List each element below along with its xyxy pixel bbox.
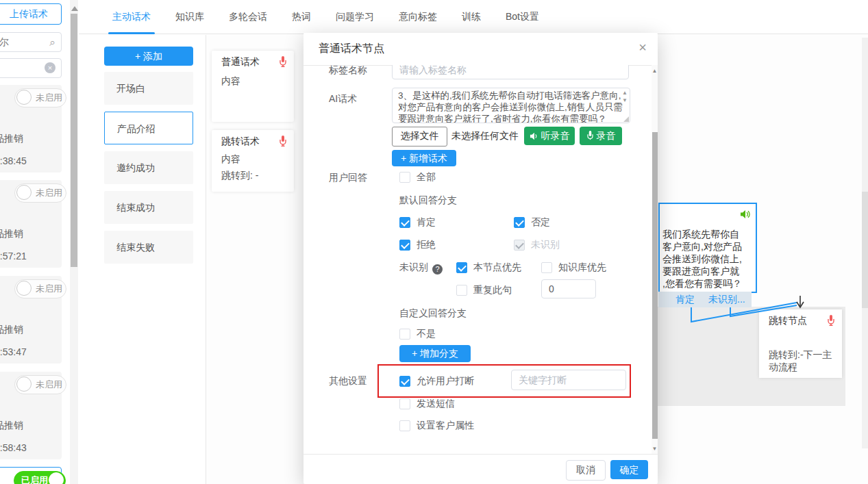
enable-toggle[interactable]: 未启用 bbox=[14, 279, 66, 298]
toggle-knob bbox=[16, 377, 32, 392]
branch-tab-unrecognized[interactable]: 未识别... bbox=[708, 294, 745, 306]
toggle-knob bbox=[16, 281, 32, 296]
tab-training[interactable]: 训练 bbox=[452, 0, 491, 34]
node-jump-target: 跳转到: - bbox=[221, 170, 258, 182]
clear-icon[interactable]: × bbox=[45, 62, 55, 73]
textarea-scroll-up-icon[interactable]: ▲ bbox=[622, 90, 628, 96]
name-search-input[interactable]: 尔 ⌕ bbox=[0, 32, 62, 52]
toggle-knob bbox=[16, 90, 32, 105]
campaign-card[interactable]: 未启用 品推销 3:58:43 bbox=[0, 372, 62, 459]
checkbox-not[interactable]: 不是 bbox=[399, 328, 436, 340]
campaign-time: 7:57:21 bbox=[0, 251, 27, 262]
record-button[interactable]: 录音 bbox=[580, 127, 622, 145]
microphone-icon[interactable] bbox=[279, 56, 287, 69]
checkbox-icon bbox=[399, 420, 410, 431]
add-script-label: 新增话术 bbox=[409, 153, 447, 164]
checkbox-set-customer-attr[interactable]: 设置客户属性 bbox=[399, 420, 474, 432]
campaign-card[interactable]: 未启用 品推销 9:38:45 bbox=[0, 85, 62, 173]
tab-intent-labels[interactable]: 意向标签 bbox=[389, 0, 447, 34]
microphone-icon[interactable] bbox=[279, 136, 287, 149]
toggle-label: 已启用 bbox=[21, 474, 48, 484]
textarea-scroll-down-icon[interactable]: ▼ bbox=[622, 97, 628, 103]
bubble-text-line: ,您看您有需要吗？ bbox=[662, 278, 742, 290]
close-icon[interactable]: × bbox=[638, 40, 647, 55]
listen-recording-button[interactable]: 听录音 bbox=[524, 127, 575, 145]
campaign-time: 3:58:43 bbox=[0, 442, 27, 453]
node-title: 跳转话术 bbox=[221, 136, 260, 148]
branch-tab-strip: 肯定 未识别... bbox=[658, 292, 752, 307]
tab-bot-settings[interactable]: Bot设置 bbox=[496, 0, 549, 34]
flow-item-invite-success[interactable]: 邀约成功 bbox=[104, 151, 193, 184]
help-icon[interactable]: ? bbox=[432, 264, 443, 275]
speaker-icon bbox=[530, 132, 538, 140]
label-name-input[interactable] bbox=[392, 65, 629, 79]
flow-item-end-success[interactable]: 结束成功 bbox=[104, 191, 193, 224]
checkbox-send-sms[interactable]: 发送短信 bbox=[399, 398, 455, 410]
campaign-card-enabled[interactable]: 已启用 bbox=[0, 467, 62, 484]
microphone-icon[interactable] bbox=[827, 315, 835, 328]
search-icon[interactable]: ⌕ bbox=[50, 36, 55, 49]
checkbox-label: 全部 bbox=[417, 171, 436, 183]
enable-toggle[interactable]: 未启用 bbox=[14, 88, 66, 107]
enable-toggle-on[interactable]: 已启用 bbox=[14, 471, 66, 484]
campaign-card[interactable]: 未启用 品推销 7:53:47 bbox=[0, 276, 62, 364]
scrollbar-thumb[interactable] bbox=[652, 132, 658, 439]
left-scrollbar[interactable] bbox=[70, 0, 78, 484]
scroll-down-arrow-icon[interactable]: ▼ bbox=[652, 446, 658, 452]
scrollbar-thumb[interactable] bbox=[71, 14, 77, 267]
flow-item-product-intro[interactable]: 产品介绍 bbox=[104, 112, 193, 144]
enable-toggle[interactable]: 未启用 bbox=[14, 375, 66, 394]
checkbox-label: 拒绝 bbox=[417, 239, 436, 251]
jump-node-card[interactable]: 跳转节点 跳转到:-下一主 动流程 bbox=[759, 309, 842, 378]
scroll-up-arrow-icon[interactable]: ▲ bbox=[652, 68, 658, 74]
tab-multi-turn[interactable]: 多轮会话 bbox=[219, 0, 277, 34]
checkbox-refuse[interactable]: 拒绝 bbox=[399, 239, 436, 251]
flow-item-opening[interactable]: 开场白 bbox=[104, 72, 193, 105]
unrecognized-label: 未识别? bbox=[399, 262, 443, 275]
resize-handle[interactable] bbox=[623, 116, 629, 122]
modal-scrollbar[interactable]: ▲ ▼ bbox=[652, 65, 658, 455]
record-label: 录音 bbox=[597, 130, 616, 141]
normal-script-node-modal: 普通话术节点 × 标签名称 AI话术 3、是这样的,我们系统先帮你自动打电话筛选… bbox=[303, 33, 658, 484]
upload-script-button[interactable]: 上传话术 bbox=[0, 3, 62, 25]
checkbox-deny[interactable]: 否定 bbox=[514, 216, 550, 229]
speaker-icon[interactable] bbox=[740, 209, 750, 221]
add-flow-button[interactable]: + 添加 bbox=[104, 47, 193, 66]
scroll-up-arrow-icon[interactable] bbox=[71, 3, 78, 11]
toggle-label: 未启用 bbox=[36, 92, 62, 104]
confirm-button[interactable]: 确定 bbox=[610, 460, 648, 479]
node-content-line: 内容 bbox=[221, 75, 240, 88]
checkbox-label: 设置客户属性 bbox=[417, 420, 474, 432]
checkbox-affirm[interactable]: 肯定 bbox=[399, 216, 436, 229]
branch-tab-affirm[interactable]: 肯定 bbox=[675, 294, 695, 306]
flow-item-end-fail[interactable]: 结束失败 bbox=[104, 231, 193, 264]
tab-question-learning[interactable]: 问题学习 bbox=[326, 0, 384, 34]
add-branch-button[interactable]: + 增加分支 bbox=[399, 345, 471, 362]
modal-footer: 取消 确定 bbox=[303, 454, 658, 484]
checkbox-node-first[interactable]: 本节点优先 bbox=[456, 262, 521, 274]
red-highlight-box bbox=[377, 364, 631, 398]
plus-icon: + bbox=[412, 348, 417, 359]
tab-hot-words[interactable]: 热词 bbox=[282, 0, 321, 34]
checkbox-repeat-sentence[interactable]: 重复此句 bbox=[456, 284, 512, 296]
enable-toggle[interactable]: 未启用 bbox=[14, 183, 66, 203]
repeat-count-input[interactable] bbox=[541, 279, 596, 298]
canvas-right-scroll-thumb[interactable] bbox=[862, 192, 868, 308]
add-script-button[interactable]: + 新增话术 bbox=[392, 150, 456, 166]
campaign-name: 品推销 bbox=[0, 324, 23, 336]
listen-label: 听录音 bbox=[541, 130, 570, 141]
node-card-normal-script[interactable]: 普通话术 内容 bbox=[212, 51, 294, 122]
filter-input[interactable]: × bbox=[0, 58, 62, 78]
node-card-jump-script[interactable]: 跳转话术 内容 跳转到: - bbox=[212, 130, 294, 192]
cancel-button[interactable]: 取消 bbox=[566, 460, 606, 481]
tab-active-scripts[interactable]: 主动话术 bbox=[103, 0, 160, 34]
choose-file-button[interactable]: 选择文件 bbox=[392, 127, 447, 147]
checkbox-all[interactable]: 全部 bbox=[399, 171, 436, 183]
modal-body: 标签名称 AI话术 3、是这样的,我们系统先帮你自动打电话筛选客户意向, 对您产… bbox=[303, 65, 658, 455]
campaign-card[interactable]: 未启用 品推销 7:57:21 bbox=[0, 180, 62, 268]
checkbox-kb-first[interactable]: 知识库优先 bbox=[541, 262, 606, 274]
speech-bubble-node[interactable]: 我们系统先帮你自 客户意向,对您产品 会推送到你微信上, 要跟进意向客户就 ,您… bbox=[658, 203, 757, 293]
ai-script-textarea[interactable]: 3、是这样的,我们系统先帮你自动打电话筛选客户意向, 对您产品有意向的客户会推送… bbox=[392, 88, 630, 123]
tab-knowledge-base[interactable]: 知识库 bbox=[166, 0, 214, 34]
no-file-text: 未选择任何文件 bbox=[451, 130, 519, 142]
